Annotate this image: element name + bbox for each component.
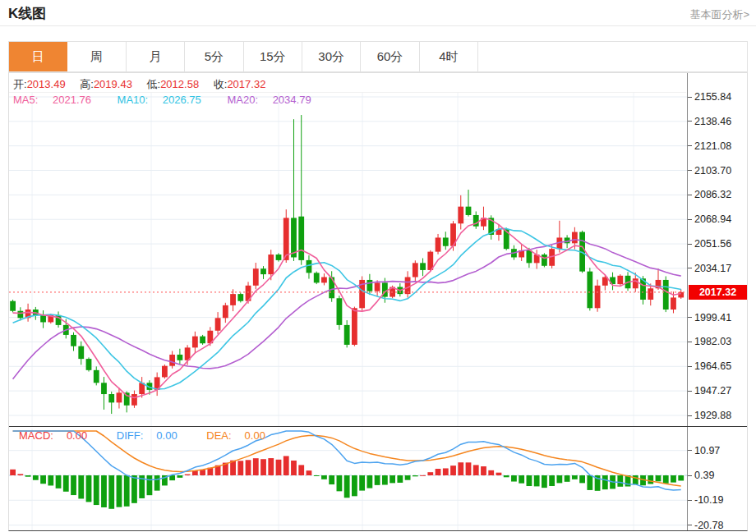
macd-bar-item xyxy=(496,473,502,475)
price-axis-tick xyxy=(688,415,692,416)
page-title: K线图 xyxy=(8,4,46,23)
macd-bar-item xyxy=(375,475,380,485)
macd-bar-item xyxy=(488,470,494,475)
macd-bar-item xyxy=(352,475,357,496)
macd-chart-svg[interactable] xyxy=(9,429,687,530)
macd-bar-item xyxy=(94,475,99,505)
tab-day[interactable]: 日 xyxy=(9,42,67,71)
macd-bar-item xyxy=(48,475,53,485)
tab-m5[interactable]: 5分 xyxy=(185,42,243,71)
tab-filler xyxy=(478,42,747,71)
ma5-value: MA5: 2021.76 xyxy=(13,94,103,106)
macd-bar-item xyxy=(307,470,312,475)
macd-bar-item xyxy=(17,474,23,475)
candle xyxy=(314,273,320,282)
candle xyxy=(192,337,198,348)
candle xyxy=(633,278,638,288)
macd-bar-item xyxy=(473,465,479,475)
price-axis-tick xyxy=(688,195,692,195)
macd-bar-item xyxy=(519,475,524,484)
macd-bar-item xyxy=(25,475,31,477)
macd-bar-item xyxy=(147,475,153,495)
price-axis-label: 1999.41 xyxy=(694,311,731,324)
candle xyxy=(78,346,84,359)
macd-bar-item xyxy=(534,475,540,486)
macd-bar-item xyxy=(246,460,251,475)
candle xyxy=(10,301,16,311)
macd-bar-item xyxy=(397,475,403,483)
candle xyxy=(663,280,669,310)
macd-axis-tick xyxy=(688,450,692,451)
candle xyxy=(678,292,684,298)
macd-axis-label: 10.97 xyxy=(694,444,720,457)
close-value: 2017.32 xyxy=(227,78,265,90)
candle xyxy=(162,366,168,378)
candle xyxy=(458,207,463,224)
tab-m15[interactable]: 15分 xyxy=(244,42,302,71)
open-label: 开: xyxy=(13,78,27,90)
macd-bar-item xyxy=(200,470,205,475)
price-axis-label: 2155.84 xyxy=(694,90,731,103)
price-axis-tick xyxy=(688,170,692,171)
macd-bar-item xyxy=(504,475,509,477)
macd-bar-item xyxy=(579,475,585,483)
macd-histogram xyxy=(10,456,684,508)
candle xyxy=(94,370,99,383)
macd-bar-item xyxy=(154,475,160,491)
candle xyxy=(298,217,304,260)
macd-bar-item xyxy=(10,470,16,475)
current-price-tag: 2017.32 xyxy=(689,285,747,300)
candle xyxy=(268,255,274,274)
candle xyxy=(307,260,312,273)
candle xyxy=(436,237,441,251)
candle xyxy=(177,355,182,360)
price-axis-label: 2103.70 xyxy=(694,164,731,177)
macd-bar-item xyxy=(117,475,122,507)
tab-h4[interactable]: 4时 xyxy=(420,42,478,71)
price-axis-label: 2121.08 xyxy=(694,140,731,153)
tab-month[interactable]: 月 xyxy=(127,42,185,71)
candle xyxy=(117,392,122,402)
price-axis-tick xyxy=(688,317,692,318)
price-axis-tick xyxy=(688,342,692,342)
candle xyxy=(617,276,623,284)
macd-bar-item xyxy=(481,466,486,475)
macd-bar-item xyxy=(276,460,282,475)
open-value: 2013.49 xyxy=(27,78,66,90)
macd-bar-item xyxy=(329,475,334,484)
candle xyxy=(344,325,350,345)
price-axis-label: 1964.65 xyxy=(694,360,731,373)
candle xyxy=(86,359,92,370)
macd-bar-item xyxy=(648,475,653,484)
candle xyxy=(572,232,578,244)
candle xyxy=(420,263,426,270)
macd-bar-item xyxy=(656,475,662,481)
price-axis-label: 1947.27 xyxy=(694,384,731,397)
macd-bar-item xyxy=(542,475,547,488)
main-chart-svg[interactable] xyxy=(9,73,687,426)
macd-bar-item xyxy=(427,472,433,475)
candle xyxy=(169,355,175,366)
macd-bar-item xyxy=(617,475,623,487)
candle xyxy=(595,286,601,308)
macd-axis-label: 0.39 xyxy=(694,469,714,482)
macd-bar: MACD:0.00 DIFF:0.00 DEA:0.00 xyxy=(19,429,292,442)
macd-axis-tick xyxy=(688,475,692,476)
price-axis-label: 2051.56 xyxy=(694,237,731,250)
tab-m30[interactable]: 30分 xyxy=(302,42,361,71)
price-axis-tick xyxy=(688,219,692,220)
macd-bar-item xyxy=(413,475,418,476)
fundamental-analysis-link[interactable]: 基本面分析> xyxy=(689,7,749,22)
macd-value: MACD:0.00 xyxy=(19,429,100,442)
macd-bar-item xyxy=(78,475,84,498)
price-axis-tick xyxy=(688,366,692,367)
macd-bar-item xyxy=(602,475,608,489)
period-tabs: 日周月5分15分30分60分4时 xyxy=(8,41,748,72)
tab-m60[interactable]: 60分 xyxy=(361,42,419,71)
candle xyxy=(466,207,472,215)
macd-bar-item xyxy=(185,475,191,475)
tab-week[interactable]: 周 xyxy=(67,42,126,71)
macd-bar-item xyxy=(260,459,266,475)
candle xyxy=(276,255,282,260)
candle xyxy=(321,277,327,283)
